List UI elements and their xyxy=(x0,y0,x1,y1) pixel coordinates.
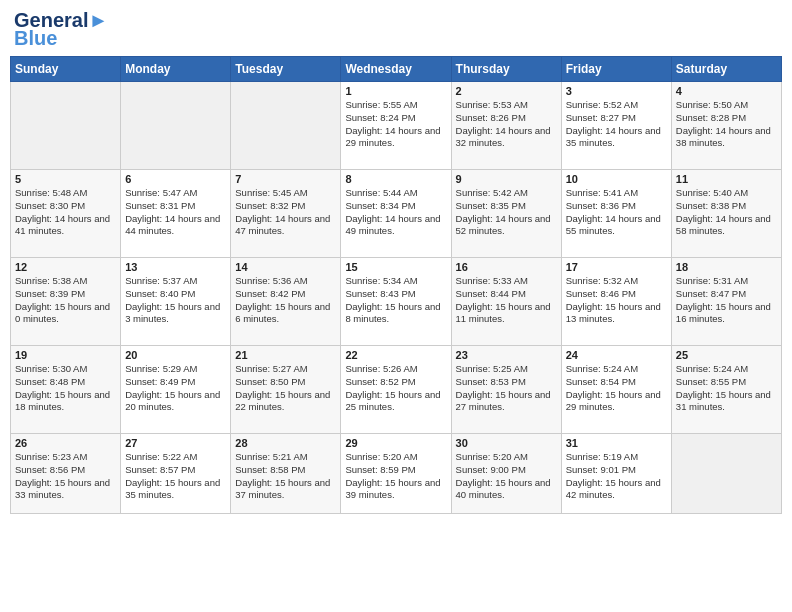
calendar-body: 1Sunrise: 5:55 AMSunset: 8:24 PMDaylight… xyxy=(11,82,782,514)
day-info: Sunrise: 5:55 AMSunset: 8:24 PMDaylight:… xyxy=(345,99,446,150)
calendar-cell: 5Sunrise: 5:48 AMSunset: 8:30 PMDaylight… xyxy=(11,170,121,258)
calendar-cell: 18Sunrise: 5:31 AMSunset: 8:47 PMDayligh… xyxy=(671,258,781,346)
day-info: Sunrise: 5:38 AMSunset: 8:39 PMDaylight:… xyxy=(15,275,116,326)
calendar-cell: 7Sunrise: 5:45 AMSunset: 8:32 PMDaylight… xyxy=(231,170,341,258)
calendar-cell: 27Sunrise: 5:22 AMSunset: 8:57 PMDayligh… xyxy=(121,434,231,514)
day-number: 16 xyxy=(456,261,557,273)
calendar-week-5: 26Sunrise: 5:23 AMSunset: 8:56 PMDayligh… xyxy=(11,434,782,514)
day-info: Sunrise: 5:19 AMSunset: 9:01 PMDaylight:… xyxy=(566,451,667,502)
calendar-cell: 4Sunrise: 5:50 AMSunset: 8:28 PMDaylight… xyxy=(671,82,781,170)
day-number: 9 xyxy=(456,173,557,185)
day-info: Sunrise: 5:27 AMSunset: 8:50 PMDaylight:… xyxy=(235,363,336,414)
day-number: 24 xyxy=(566,349,667,361)
day-info: Sunrise: 5:41 AMSunset: 8:36 PMDaylight:… xyxy=(566,187,667,238)
calendar-cell: 14Sunrise: 5:36 AMSunset: 8:42 PMDayligh… xyxy=(231,258,341,346)
calendar-cell: 15Sunrise: 5:34 AMSunset: 8:43 PMDayligh… xyxy=(341,258,451,346)
day-info: Sunrise: 5:50 AMSunset: 8:28 PMDaylight:… xyxy=(676,99,777,150)
day-info: Sunrise: 5:44 AMSunset: 8:34 PMDaylight:… xyxy=(345,187,446,238)
calendar-week-4: 19Sunrise: 5:30 AMSunset: 8:48 PMDayligh… xyxy=(11,346,782,434)
day-info: Sunrise: 5:48 AMSunset: 8:30 PMDaylight:… xyxy=(15,187,116,238)
day-info: Sunrise: 5:42 AMSunset: 8:35 PMDaylight:… xyxy=(456,187,557,238)
calendar-cell: 31Sunrise: 5:19 AMSunset: 9:01 PMDayligh… xyxy=(561,434,671,514)
day-number: 31 xyxy=(566,437,667,449)
day-info: Sunrise: 5:32 AMSunset: 8:46 PMDaylight:… xyxy=(566,275,667,326)
day-info: Sunrise: 5:26 AMSunset: 8:52 PMDaylight:… xyxy=(345,363,446,414)
day-number: 21 xyxy=(235,349,336,361)
calendar-cell: 22Sunrise: 5:26 AMSunset: 8:52 PMDayligh… xyxy=(341,346,451,434)
day-number: 15 xyxy=(345,261,446,273)
calendar-table: SundayMondayTuesdayWednesdayThursdayFrid… xyxy=(10,56,782,514)
calendar-cell: 24Sunrise: 5:24 AMSunset: 8:54 PMDayligh… xyxy=(561,346,671,434)
day-number: 13 xyxy=(125,261,226,273)
calendar-cell: 30Sunrise: 5:20 AMSunset: 9:00 PMDayligh… xyxy=(451,434,561,514)
calendar-cell: 9Sunrise: 5:42 AMSunset: 8:35 PMDaylight… xyxy=(451,170,561,258)
day-info: Sunrise: 5:22 AMSunset: 8:57 PMDaylight:… xyxy=(125,451,226,502)
day-info: Sunrise: 5:34 AMSunset: 8:43 PMDaylight:… xyxy=(345,275,446,326)
day-info: Sunrise: 5:24 AMSunset: 8:54 PMDaylight:… xyxy=(566,363,667,414)
calendar-cell: 16Sunrise: 5:33 AMSunset: 8:44 PMDayligh… xyxy=(451,258,561,346)
day-number: 18 xyxy=(676,261,777,273)
day-number: 11 xyxy=(676,173,777,185)
day-number: 26 xyxy=(15,437,116,449)
calendar-cell: 10Sunrise: 5:41 AMSunset: 8:36 PMDayligh… xyxy=(561,170,671,258)
calendar-cell: 19Sunrise: 5:30 AMSunset: 8:48 PMDayligh… xyxy=(11,346,121,434)
calendar-cell: 3Sunrise: 5:52 AMSunset: 8:27 PMDaylight… xyxy=(561,82,671,170)
day-number: 6 xyxy=(125,173,226,185)
day-number: 7 xyxy=(235,173,336,185)
day-number: 4 xyxy=(676,85,777,97)
calendar-cell: 8Sunrise: 5:44 AMSunset: 8:34 PMDaylight… xyxy=(341,170,451,258)
calendar-cell: 12Sunrise: 5:38 AMSunset: 8:39 PMDayligh… xyxy=(11,258,121,346)
day-number: 29 xyxy=(345,437,446,449)
day-info: Sunrise: 5:45 AMSunset: 8:32 PMDaylight:… xyxy=(235,187,336,238)
calendar-header-thursday: Thursday xyxy=(451,57,561,82)
calendar-cell: 25Sunrise: 5:24 AMSunset: 8:55 PMDayligh… xyxy=(671,346,781,434)
logo-blue: Blue xyxy=(14,28,57,48)
calendar-week-1: 1Sunrise: 5:55 AMSunset: 8:24 PMDaylight… xyxy=(11,82,782,170)
day-info: Sunrise: 5:29 AMSunset: 8:49 PMDaylight:… xyxy=(125,363,226,414)
calendar-cell: 17Sunrise: 5:32 AMSunset: 8:46 PMDayligh… xyxy=(561,258,671,346)
day-info: Sunrise: 5:37 AMSunset: 8:40 PMDaylight:… xyxy=(125,275,226,326)
calendar-cell: 1Sunrise: 5:55 AMSunset: 8:24 PMDaylight… xyxy=(341,82,451,170)
calendar-cell xyxy=(11,82,121,170)
calendar-cell: 21Sunrise: 5:27 AMSunset: 8:50 PMDayligh… xyxy=(231,346,341,434)
calendar-header-monday: Monday xyxy=(121,57,231,82)
calendar-cell: 13Sunrise: 5:37 AMSunset: 8:40 PMDayligh… xyxy=(121,258,231,346)
day-info: Sunrise: 5:20 AMSunset: 8:59 PMDaylight:… xyxy=(345,451,446,502)
day-info: Sunrise: 5:52 AMSunset: 8:27 PMDaylight:… xyxy=(566,99,667,150)
page-header: General► Blue xyxy=(10,10,782,48)
calendar-cell xyxy=(231,82,341,170)
day-info: Sunrise: 5:25 AMSunset: 8:53 PMDaylight:… xyxy=(456,363,557,414)
calendar-header-wednesday: Wednesday xyxy=(341,57,451,82)
day-info: Sunrise: 5:33 AMSunset: 8:44 PMDaylight:… xyxy=(456,275,557,326)
day-info: Sunrise: 5:23 AMSunset: 8:56 PMDaylight:… xyxy=(15,451,116,502)
day-number: 27 xyxy=(125,437,226,449)
calendar-cell: 26Sunrise: 5:23 AMSunset: 8:56 PMDayligh… xyxy=(11,434,121,514)
day-info: Sunrise: 5:36 AMSunset: 8:42 PMDaylight:… xyxy=(235,275,336,326)
calendar-cell xyxy=(671,434,781,514)
day-number: 28 xyxy=(235,437,336,449)
day-number: 25 xyxy=(676,349,777,361)
day-number: 5 xyxy=(15,173,116,185)
day-number: 10 xyxy=(566,173,667,185)
calendar-cell: 2Sunrise: 5:53 AMSunset: 8:26 PMDaylight… xyxy=(451,82,561,170)
day-info: Sunrise: 5:24 AMSunset: 8:55 PMDaylight:… xyxy=(676,363,777,414)
calendar-cell: 29Sunrise: 5:20 AMSunset: 8:59 PMDayligh… xyxy=(341,434,451,514)
day-number: 20 xyxy=(125,349,226,361)
calendar-cell: 28Sunrise: 5:21 AMSunset: 8:58 PMDayligh… xyxy=(231,434,341,514)
day-number: 12 xyxy=(15,261,116,273)
logo: General► Blue xyxy=(14,10,108,48)
calendar-week-2: 5Sunrise: 5:48 AMSunset: 8:30 PMDaylight… xyxy=(11,170,782,258)
day-number: 2 xyxy=(456,85,557,97)
calendar-week-3: 12Sunrise: 5:38 AMSunset: 8:39 PMDayligh… xyxy=(11,258,782,346)
day-info: Sunrise: 5:40 AMSunset: 8:38 PMDaylight:… xyxy=(676,187,777,238)
calendar-header-sunday: Sunday xyxy=(11,57,121,82)
day-info: Sunrise: 5:21 AMSunset: 8:58 PMDaylight:… xyxy=(235,451,336,502)
day-number: 1 xyxy=(345,85,446,97)
day-number: 3 xyxy=(566,85,667,97)
day-number: 22 xyxy=(345,349,446,361)
day-number: 14 xyxy=(235,261,336,273)
day-info: Sunrise: 5:20 AMSunset: 9:00 PMDaylight:… xyxy=(456,451,557,502)
day-info: Sunrise: 5:30 AMSunset: 8:48 PMDaylight:… xyxy=(15,363,116,414)
calendar-header-tuesday: Tuesday xyxy=(231,57,341,82)
day-info: Sunrise: 5:31 AMSunset: 8:47 PMDaylight:… xyxy=(676,275,777,326)
